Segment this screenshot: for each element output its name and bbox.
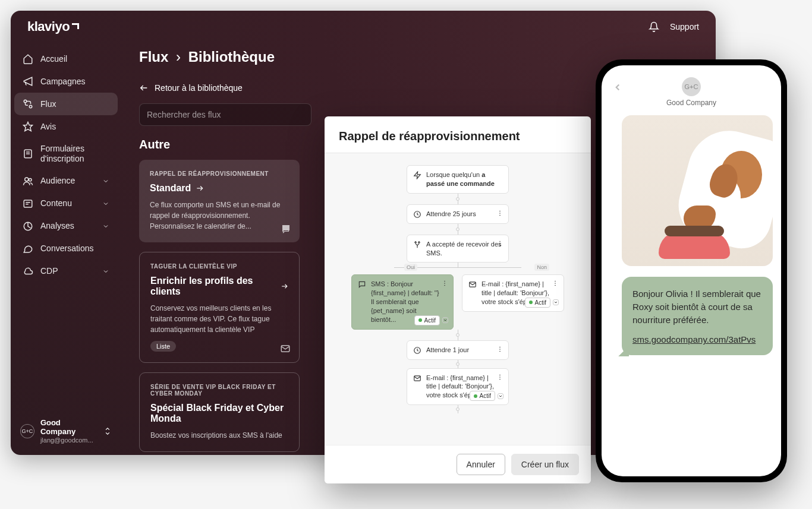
breadcrumb-separator: › (176, 49, 181, 65)
cloud-icon (23, 266, 33, 277)
account-text: Good Company jlang@goodcom... (40, 418, 97, 444)
form-icon (23, 148, 33, 159)
card-title-text: Spécial Black Friday et Cyber Monda (150, 403, 288, 424)
sidebar-item-flux[interactable]: Flux (14, 93, 118, 115)
sidebar-item-audience[interactable]: Audience (14, 170, 118, 192)
flow-wait-node[interactable]: Attendre 25 jours (407, 204, 509, 224)
search-input[interactable] (139, 103, 311, 126)
card-desc: Boostez vos inscriptions aux SMS à l'aid… (150, 430, 288, 441)
modal-body: Lorsque quelqu'un a passé une commande A… (325, 153, 591, 445)
sidebar-item-contenu[interactable]: Contenu (14, 192, 118, 215)
phone-screen: G+C Good Company Bonjour Olivia ! Il sem… (602, 65, 781, 476)
sidebar-item-accueil[interactable]: Accueil (14, 48, 118, 70)
branch-yes-label: Oui (404, 264, 417, 271)
split-icon (413, 241, 421, 249)
svg-point-29 (555, 283, 556, 284)
modal-title: Rappel de réapprovisionnement (339, 129, 577, 143)
more-icon[interactable] (496, 346, 503, 353)
card-desc: Ce flux comporte un SMS et un e-mail de … (150, 200, 289, 232)
phone-avatar: G+C (682, 77, 701, 96)
mms-image (622, 115, 773, 266)
status-pill[interactable]: Actif (470, 391, 495, 401)
logo-mark-icon (72, 23, 79, 30)
chevron-down-icon[interactable] (442, 317, 448, 323)
chevron-down-icon[interactable] (498, 393, 503, 399)
top-bar: klaviyo Support (11, 11, 716, 43)
modal-footer: Annuler Créer un flux (325, 445, 591, 483)
flow-split-node[interactable]: A accepté de recevoir des SMS. (407, 235, 509, 263)
create-flow-button[interactable]: Créer un flux (511, 454, 579, 475)
svg-point-34 (499, 350, 501, 352)
card-title: Enrichir les profils des clients (150, 276, 288, 297)
flow-icon (23, 99, 33, 109)
svg-point-1 (29, 105, 32, 108)
clock-icon (413, 210, 421, 219)
sidebar-item-cdp[interactable]: CDP (14, 260, 118, 283)
support-link[interactable]: Support (670, 22, 699, 31)
chevron-down-icon (102, 268, 109, 275)
selector-icon (103, 427, 112, 435)
account-name: Good Company (40, 418, 97, 437)
cancel-button[interactable]: Annuler (457, 454, 505, 475)
nav-label: Analyses (40, 221, 74, 231)
svg-point-25 (444, 283, 445, 284)
svg-point-26 (444, 285, 445, 286)
flow-email-node-2[interactable]: E-mail : {first_name} | title | default:… (407, 368, 509, 406)
star-icon (23, 121, 33, 132)
sms-link[interactable]: sms.goodcompany.com/3atPvs (632, 334, 762, 344)
flow-email-node[interactable]: E-mail : {first_name} | title | default:… (462, 274, 564, 312)
svg-point-30 (555, 285, 556, 286)
phone-header: G+C Good Company (610, 77, 773, 107)
logo[interactable]: klaviyo (27, 19, 79, 34)
sidebar-item-analyses[interactable]: Analyses (14, 215, 118, 238)
node-text: Lorsque quelqu'un a passé une commande (426, 170, 502, 188)
nav-label: Campagnes (40, 77, 86, 87)
flow-card-bfcm[interactable]: SÉRIE DE VENTE VIP BLACK FRIDAY ET CYBER… (139, 372, 300, 452)
sidebar: Accueil Campagnes Flux Avis Formulaires … (11, 43, 121, 455)
flow-trigger-node[interactable]: Lorsque quelqu'un a passé une commande (407, 165, 509, 194)
more-icon[interactable] (496, 240, 503, 247)
breadcrumb-current: Bibliothèque (188, 49, 275, 65)
phone-sender: Good Company (666, 99, 716, 107)
node-text: Attendre 1 jour (426, 346, 469, 355)
card-eyebrow: TAGUER LA CLIENTÈLE VIP (150, 263, 288, 270)
chevron-down-icon[interactable] (553, 299, 559, 305)
sidebar-item-formulaires[interactable]: Formulaires d'inscription (14, 138, 118, 170)
chat-icon (23, 244, 33, 254)
bell-icon[interactable] (649, 21, 659, 32)
sms-icon (358, 280, 366, 289)
more-icon[interactable] (496, 374, 503, 381)
flow-sms-node[interactable]: SMS : Bonjour {first_name} | default: ''… (351, 274, 454, 329)
flow-card-vip[interactable]: TAGUER LA CLIENTÈLE VIP Enrichir les pro… (139, 252, 300, 363)
card-eyebrow: SÉRIE DE VENTE VIP BLACK FRIDAY ET CYBER… (150, 384, 288, 397)
status-pill[interactable]: Actif (525, 298, 550, 308)
more-icon[interactable] (552, 280, 559, 287)
sms-icon (281, 223, 291, 234)
content-icon (23, 198, 33, 209)
status-pill[interactable]: Actif (414, 315, 440, 325)
nav-label: Audience (40, 176, 75, 186)
flow-card-standard[interactable]: RAPPEL DE RÉAPPROVISIONNEMENT Standard C… (139, 160, 300, 242)
svg-point-7 (29, 178, 32, 181)
breadcrumb-root[interactable]: Flux (139, 49, 168, 65)
flow-wait-node-2[interactable]: Attendre 1 jour (407, 340, 509, 360)
analytics-icon (23, 221, 33, 232)
nav-label: Contenu (40, 198, 72, 208)
arrow-left-icon (139, 83, 149, 93)
svg-point-19 (499, 213, 501, 214)
home-icon (23, 53, 33, 64)
people-icon (23, 176, 33, 186)
more-icon[interactable] (496, 210, 503, 217)
account-switcher[interactable]: G+C Good Company jlang@goodcom... (14, 411, 118, 451)
more-icon[interactable] (441, 280, 448, 287)
svg-point-23 (499, 245, 501, 246)
card-badge: Liste (150, 341, 176, 352)
email-icon (280, 343, 291, 354)
sidebar-item-avis[interactable]: Avis (14, 115, 118, 138)
svg-point-37 (499, 377, 501, 378)
sms-text: Bonjour Olivia ! Il semblerait que Roxy … (632, 287, 762, 326)
sidebar-item-conversations[interactable]: Conversations (14, 238, 118, 260)
chevron-left-icon[interactable] (612, 82, 623, 93)
sidebar-item-campagnes[interactable]: Campagnes (14, 70, 118, 93)
nav-label: Avis (40, 122, 56, 132)
